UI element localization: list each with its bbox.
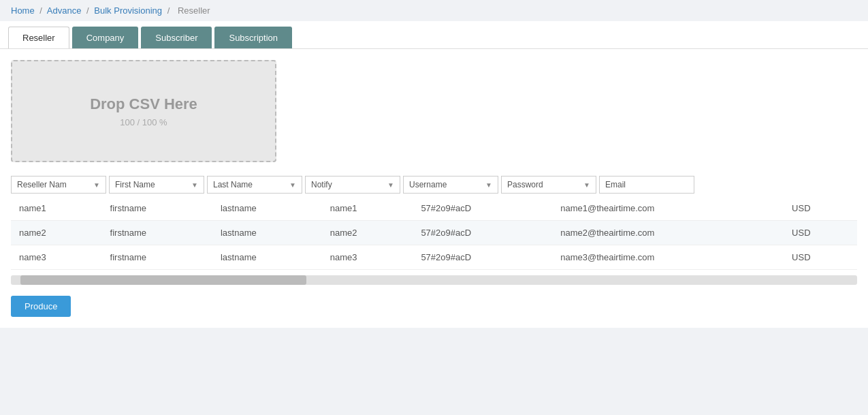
cell-2-2: lastname [212, 245, 322, 270]
drop-zone-title: Drop CSV Here [90, 95, 197, 113]
breadcrumb-bulk-provisioning[interactable]: Bulk Provisioning [94, 5, 162, 16]
col-header-username-label: Username [409, 180, 447, 189]
breadcrumb: Home / Advance / Bulk Provisioning / Res… [0, 0, 868, 21]
col-header-notify[interactable]: Notify ▼ [305, 176, 400, 194]
breadcrumb-advance[interactable]: Advance [47, 5, 82, 16]
table-row: name1firstnamelastnamename157#2o9#acDnam… [11, 196, 857, 221]
col-header-email-label: Email [605, 180, 626, 189]
cell-0-1: firstname [102, 196, 212, 221]
dropdown-arrow-first-name: ▼ [191, 181, 198, 189]
produce-button[interactable]: Produce [11, 296, 71, 317]
col-header-first-name-label: First Name [115, 180, 155, 189]
column-headers-row: Reseller Nam ▼ First Name ▼ Last Name ▼ … [11, 176, 857, 194]
dropdown-arrow-notify: ▼ [387, 181, 394, 189]
drop-zone-subtitle: 100 / 100 % [120, 117, 167, 127]
col-header-last-name[interactable]: Last Name ▼ [207, 176, 302, 194]
table-row: name3firstnamelastnamename357#2o9#acDnam… [11, 245, 857, 270]
cell-1-1: firstname [102, 221, 212, 245]
col-header-password[interactable]: Password ▼ [501, 176, 596, 194]
tab-reseller[interactable]: Reseller [8, 27, 69, 48]
cell-1-5: name2@theairtime.com [552, 221, 784, 245]
dropdown-arrow-username: ▼ [485, 181, 492, 189]
cell-1-2: lastname [212, 221, 322, 245]
dropdown-arrow-reseller: ▼ [93, 181, 100, 189]
cell-2-3: name3 [322, 245, 413, 270]
breadcrumb-home[interactable]: Home [11, 5, 35, 16]
table-row: name2firstnamelastnamename257#2o9#acDnam… [11, 221, 857, 245]
col-header-email: Email [599, 176, 694, 194]
cell-2-5: name3@theairtime.com [552, 245, 784, 270]
col-header-last-name-label: Last Name [213, 180, 253, 189]
dropdown-arrow-password: ▼ [583, 181, 590, 189]
col-header-password-label: Password [507, 180, 543, 189]
horizontal-scrollbar[interactable] [11, 275, 857, 285]
cell-2-0: name3 [11, 245, 102, 270]
cell-2-1: firstname [102, 245, 212, 270]
cell-1-6: USD [784, 221, 857, 245]
breadcrumb-current: Reseller [178, 5, 210, 16]
cell-2-4: 57#2o9#acD [413, 245, 552, 270]
cell-1-3: name2 [322, 221, 413, 245]
cell-0-6: USD [784, 196, 857, 221]
cell-1-4: 57#2o9#acD [413, 221, 552, 245]
main-content: Drop CSV Here 100 / 100 % Reseller Nam ▼… [0, 49, 868, 328]
scrollbar-thumb[interactable] [20, 275, 306, 285]
cell-0-5: name1@theairtime.com [552, 196, 784, 221]
tab-company[interactable]: Company [72, 27, 139, 48]
cell-0-2: lastname [212, 196, 322, 221]
cell-1-0: name2 [11, 221, 102, 245]
cell-0-3: name1 [322, 196, 413, 221]
drop-zone[interactable]: Drop CSV Here 100 / 100 % [11, 60, 276, 162]
col-header-reseller-name-label: Reseller Nam [17, 180, 67, 189]
col-header-username[interactable]: Username ▼ [403, 176, 498, 194]
scroll-container[interactable]: Reseller Nam ▼ First Name ▼ Last Name ▼ … [11, 176, 857, 270]
cell-0-4: 57#2o9#acD [413, 196, 552, 221]
tabs-bar: Reseller Company Subscriber Subscription [0, 21, 868, 49]
tab-subscriber[interactable]: Subscriber [141, 27, 212, 48]
data-table: name1firstnamelastnamename157#2o9#acDnam… [11, 196, 857, 270]
cell-2-6: USD [784, 245, 857, 270]
col-header-first-name[interactable]: First Name ▼ [109, 176, 204, 194]
col-header-notify-label: Notify [311, 180, 332, 189]
tab-subscription[interactable]: Subscription [214, 27, 292, 48]
dropdown-arrow-last-name: ▼ [289, 181, 296, 189]
table-section: Reseller Nam ▼ First Name ▼ Last Name ▼ … [11, 176, 857, 285]
col-header-reseller-name[interactable]: Reseller Nam ▼ [11, 176, 106, 194]
cell-0-0: name1 [11, 196, 102, 221]
